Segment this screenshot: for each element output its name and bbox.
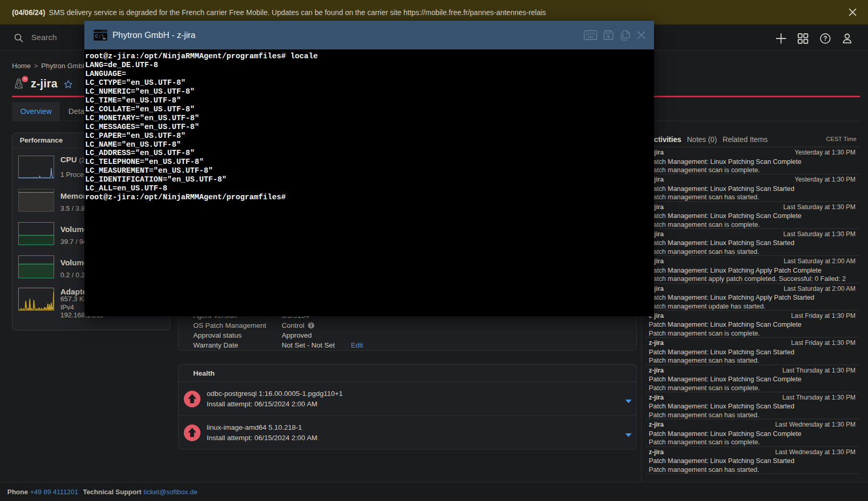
activity-description: Patch management scan is complete. (649, 166, 760, 174)
health-row[interactable]: linux-image-amd64 5.10.218-1Install atte… (179, 415, 636, 448)
adapter-sparkline (18, 288, 54, 311)
svg-text:?: ? (823, 35, 827, 42)
activity-title: Patch Management: Linux Patching Apply P… (649, 293, 814, 301)
search-icon[interactable] (14, 33, 23, 43)
activity-title: Patch Management: Linux Patching Scan St… (649, 185, 795, 192)
tab-overview[interactable]: Overview (12, 102, 60, 121)
expand-caret-icon[interactable] (625, 433, 632, 437)
activity-item[interactable]: z-jiraYesterday at 1:30 PMPatch Manageme… (646, 174, 859, 201)
terminal-line: LANG=de_DE.UTF-8 (85, 61, 655, 70)
breadcrumb: Home>Phytron GmbH (12, 62, 87, 70)
activity-title: Patch Management: Linux Patching Apply P… (649, 266, 822, 274)
activity-item[interactable]: z-jiraLast Friday at 1:30 PMPatch Manage… (646, 337, 859, 364)
breadcrumb-organization[interactable]: Phytron GmbH (41, 62, 87, 70)
tab-related-items[interactable]: Related Items (723, 135, 768, 144)
terminal-line: root@z-jira:/opt/NinjaRMMAgent/programfi… (85, 193, 655, 202)
activity-item[interactable]: z-jiraLast Thursday at 1:30 PMPatch Mana… (646, 365, 859, 392)
footer: Phone +49 89 4111201 Technical Support t… (0, 482, 868, 501)
activity-device-name: z-jira (649, 367, 664, 374)
support-email-link[interactable]: ticket@softbox.de (144, 488, 198, 496)
activity-timestamp: Last Wednesday at 1:30 PM (775, 448, 856, 456)
activity-timestamp: Last Saturday at 2:00 AM (784, 258, 856, 265)
activity-description: Patch management scan has started. (649, 356, 759, 364)
activity-item[interactable]: z-jiraLast Thursday at 1:30 PMPatch Mana… (646, 392, 859, 419)
activity-title: Patch Management: Linux Patching Scan St… (649, 457, 795, 465)
activity-device-name: z-jira (649, 339, 664, 346)
activity-item[interactable]: z-jiraLast Saturday at 1:30 PMPatch Mana… (646, 228, 859, 255)
edit-link[interactable]: Edit (351, 341, 363, 349)
banner-date: (04/06/24) (12, 8, 45, 17)
activity-description: Patch management scan is complete. (649, 329, 760, 337)
activity-item[interactable]: z-jiraLast Friday at 1:30 PMPatch Manage… (646, 310, 859, 337)
tab-notes[interactable]: Notes (0) (687, 135, 717, 144)
add-icon[interactable] (774, 32, 788, 45)
expand-caret-icon[interactable] (625, 400, 632, 403)
detail-label: OS Patch Management (193, 322, 282, 329)
favorite-star-icon[interactable] (64, 80, 73, 89)
terminal-line: LC_PAPER="en_US.UTF-8" (85, 132, 655, 140)
activity-timestamp: Yesterday at 1:30 PM (795, 176, 856, 183)
activity-item[interactable]: z-jiraLast Wednesday at 1:30 PMPatch Man… (646, 419, 859, 446)
save-icon[interactable] (603, 30, 614, 41)
detail-value: Control (282, 322, 315, 329)
activity-device-name: z-jira (649, 448, 664, 456)
activity-timestamp: Last Thursday at 1:30 PM (782, 394, 856, 401)
activity-tabs: Activities Notes (0) Related Items (649, 134, 773, 145)
activity-item[interactable]: z-jiraLast Saturday at 2:00 AMPatch Mana… (646, 255, 859, 282)
activity-list: z-jiraYesterday at 1:30 PMPatch Manageme… (646, 147, 859, 473)
terminal-modal-titlebar[interactable]: C:\ Phytron GmbH - z-jira (84, 21, 654, 49)
install-attempt: Install attempt: 06/15/2024 2:00 AM (207, 400, 343, 408)
phone-link[interactable]: +49 89 4111201 (30, 488, 78, 496)
activity-title: Patch Management: Linux Patching Scan St… (649, 348, 795, 356)
detail-value: Approved (282, 331, 312, 339)
memory-sparkline (18, 189, 54, 212)
terminal-line: LC_CTYPE="en_US.UTF-8" (85, 79, 655, 87)
banner-close-icon[interactable] (848, 7, 858, 17)
activity-description: Patch management scan is complete. (649, 438, 760, 446)
activity-title: Patch Management: Linux Patching Scan Co… (649, 158, 801, 165)
terminal-line: LC_COLLATE="en_US.UTF-8" (85, 105, 655, 114)
terminal-close-icon[interactable] (637, 31, 646, 40)
performance-title: Performance (20, 136, 63, 144)
keyboard-icon[interactable] (584, 30, 597, 40)
detail-row: Approval statusApproved (193, 330, 312, 340)
activity-title: Patch Management: Linux Patching Scan Co… (649, 375, 801, 383)
activity-timestamp: Last Saturday at 2:00 AM (784, 285, 856, 292)
patch-failed-icon (184, 391, 200, 407)
terminal-line: LC_ALL=en_US.UTF-8 (85, 184, 655, 193)
activity-item[interactable]: z-jiraLast Saturday at 2:00 AMPatch Mana… (646, 283, 859, 310)
activity-description: Patch management scan has started. (649, 193, 759, 201)
terminal-output[interactable]: root@z-jira:/opt/NinjaRMMAgent/programfi… (84, 49, 654, 316)
terminal-line: LC_NAME="en_US.UTF-8" (85, 140, 655, 149)
health-row[interactable]: odbc-postgresql 1:16.00.0005-1.pgdg110+1… (179, 382, 636, 415)
apps-grid-icon[interactable] (796, 32, 810, 45)
terminal-line: LC_MONETARY="en_US.UTF-8" (85, 114, 655, 123)
activity-item[interactable]: z-jiraLast Saturday at 1:30 PMPatch Mana… (646, 201, 859, 228)
terminal-modal-actions (584, 21, 646, 49)
terminal-line: LC_MEASUREMENT="en_US.UTF-8" (85, 166, 655, 175)
activity-item[interactable]: z-jiraLast Wednesday at 1:30 PMPatch Man… (646, 446, 859, 473)
activity-timestamp: Last Wednesday at 1:30 PM (775, 421, 856, 428)
patch-failed-icon (184, 425, 200, 441)
user-icon[interactable] (840, 32, 854, 45)
info-icon[interactable] (308, 322, 315, 329)
package-name: odbc-postgresql 1:16.00.0005-1.pgdg110+1 (207, 390, 343, 397)
activity-description: Patch management scan has started. (649, 466, 759, 473)
activity-timestamp: Last Friday at 1:30 PM (791, 339, 856, 346)
breadcrumb-home[interactable]: Home (12, 62, 31, 70)
activity-item[interactable]: z-jiraYesterday at 1:30 PMPatch Manageme… (646, 147, 859, 174)
offline-status-badge (22, 76, 28, 82)
terminal-line: LC_MESSAGES="en_US.UTF-8" (85, 123, 655, 132)
help-icon[interactable]: ? (819, 32, 832, 45)
detail-label: Approval status (193, 331, 282, 339)
activity-timestamp: Last Friday at 1:30 PM (791, 312, 856, 319)
package-name: linux-image-amd64 5.10.218-1 (207, 423, 317, 431)
minus-icon (23, 79, 27, 80)
activity-title: Patch Management: Linux Patching Scan St… (649, 239, 795, 247)
copy-icon[interactable] (620, 30, 631, 41)
terminal-line: LC_NUMERIC="en_US.UTF-8" (85, 87, 655, 96)
activity-timestamp: Last Thursday at 1:30 PM (782, 367, 856, 374)
activity-timestamp: Yesterday at 1:30 PM (795, 149, 856, 156)
terminal-modal: C:\ Phytron GmbH - z-jira (84, 21, 654, 316)
install-attempt: Install attempt: 06/15/2024 2:00 AM (207, 434, 317, 442)
